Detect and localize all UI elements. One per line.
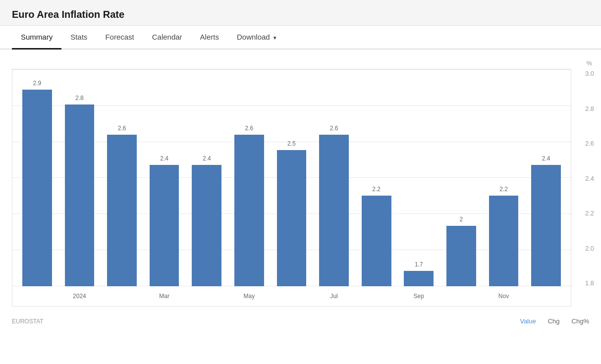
bar-value-label: 2.6 xyxy=(118,125,126,132)
x-axis: 2024MarMayJulSepNov xyxy=(12,286,571,306)
bar-oct[interactable]: 2 xyxy=(446,226,476,286)
bar-value-label: 2.4 xyxy=(542,155,550,162)
bar-apr[interactable]: 2.4 xyxy=(192,165,221,286)
bar-dec[interactable]: 2.4 xyxy=(531,165,561,286)
bar-value-label: 2 xyxy=(460,216,463,223)
bar-chart: 2.92.82.62.42.42.62.52.62.21.722.22.4 20… xyxy=(12,69,571,307)
bar-mar2[interactable]: 2.4 xyxy=(150,165,179,286)
y-axis-label: 2.2 xyxy=(571,209,596,217)
chevron-down-icon xyxy=(273,33,277,41)
bar-value-label: 2.2 xyxy=(372,186,381,193)
y-axis-label: 2.0 xyxy=(571,245,596,252)
chg-link[interactable]: Chg xyxy=(548,317,560,325)
x-axis-label: Mar xyxy=(145,293,184,300)
y-axis: 3.02.82.62.42.22.01.8 xyxy=(571,69,596,307)
value-link[interactable]: Value xyxy=(520,317,536,325)
y-axis-label: 2.6 xyxy=(571,140,596,147)
chart-wrapper: 2.92.82.62.42.42.62.52.62.21.722.22.4 20… xyxy=(12,69,596,307)
bar-jan[interactable]: 2.9 xyxy=(22,90,52,286)
bar-value-label: 2.4 xyxy=(160,155,168,162)
bar-group: 2.5 xyxy=(272,74,312,286)
bar-group: 2.4 xyxy=(526,74,566,286)
bar-group: 1.7 xyxy=(399,74,438,286)
bar-value-label: 2.5 xyxy=(287,140,296,147)
bar-nov[interactable]: 2.2 xyxy=(489,196,519,286)
bar-group: 2.4 xyxy=(187,74,226,286)
bars-container: 2.92.82.62.42.42.62.52.62.21.722.22.4 xyxy=(12,69,571,286)
bar-value-label: 2.2 xyxy=(499,186,508,193)
bar-group: 2.4 xyxy=(145,74,184,286)
bar-group: 2.9 xyxy=(17,74,57,286)
bar-value-label: 2.6 xyxy=(330,125,338,132)
bar-group: 2.8 xyxy=(60,74,100,286)
chart-area: % 2.92.82.62.42.42.62.52.62.21.722.22.4 … xyxy=(0,50,601,312)
tab-stats[interactable]: Stats xyxy=(61,26,96,50)
x-axis-label: Sep xyxy=(399,293,438,300)
bar-group: 2.2 xyxy=(484,74,524,286)
y-axis-label: 2.4 xyxy=(571,175,596,182)
bar-may[interactable]: 2.6 xyxy=(234,135,264,286)
tab-calendar[interactable]: Calendar xyxy=(143,26,191,50)
tab-summary[interactable]: Summary xyxy=(12,26,61,50)
tab-forecast[interactable]: Forecast xyxy=(96,26,143,50)
bar-feb[interactable]: 2.8 xyxy=(65,104,95,286)
tab-bar: Summary Stats Forecast Calendar Alerts D… xyxy=(0,26,601,50)
bar-value-label: 2.9 xyxy=(33,80,41,87)
source-label: EUROSTAT xyxy=(12,318,44,325)
bar-group: 2.6 xyxy=(229,74,269,286)
tab-download[interactable]: Download xyxy=(228,26,286,50)
bar-value-label: 2.8 xyxy=(75,95,84,102)
tab-alerts[interactable]: Alerts xyxy=(191,26,228,50)
y-axis-label: 3.0 xyxy=(571,70,596,77)
y-axis-label: 1.8 xyxy=(571,279,596,287)
bar-sep[interactable]: 1.7 xyxy=(404,271,434,286)
bar-group: 2.2 xyxy=(357,74,396,286)
bar-group: 2.6 xyxy=(314,74,354,286)
percent-label: % xyxy=(12,59,596,67)
bar-jun[interactable]: 2.5 xyxy=(277,150,307,286)
chart-footer: EUROSTAT Value Chg Chg% xyxy=(0,312,601,329)
bar-value-label: 2.6 xyxy=(245,125,254,132)
bar-value-label: 2.4 xyxy=(203,155,211,162)
x-axis-label: May xyxy=(229,293,269,300)
x-axis-label: 2024 xyxy=(60,293,100,300)
x-axis-label: Nov xyxy=(484,293,524,300)
bar-aug[interactable]: 2.2 xyxy=(362,196,391,286)
bar-jul[interactable]: 2.6 xyxy=(319,135,349,286)
x-axis-label: Jul xyxy=(314,293,354,300)
page-header: Euro Area Inflation Rate xyxy=(0,0,601,26)
bar-mar[interactable]: 2.6 xyxy=(107,135,137,286)
footer-links: Value Chg Chg% xyxy=(520,317,589,325)
bar-value-label: 1.7 xyxy=(415,261,423,268)
page-title: Euro Area Inflation Rate xyxy=(12,9,589,20)
chg-pct-link[interactable]: Chg% xyxy=(572,317,589,325)
y-axis-label: 2.8 xyxy=(571,105,596,112)
bar-group: 2.6 xyxy=(102,74,142,286)
bar-group: 2 xyxy=(441,74,481,286)
